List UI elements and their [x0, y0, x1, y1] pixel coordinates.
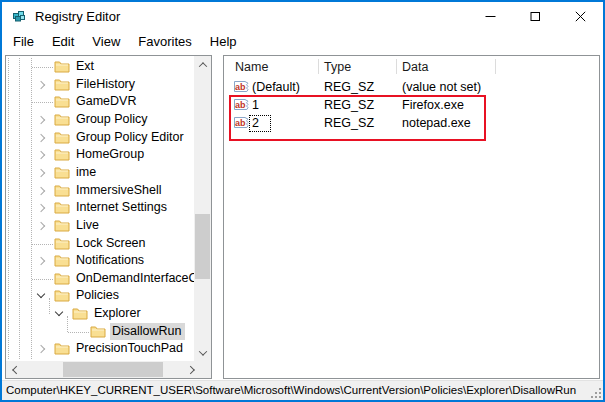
window-title: Registry Editor — [35, 2, 120, 31]
value-data: Firefox.exe — [402, 96, 464, 114]
menu-item-view[interactable]: View — [83, 31, 129, 53]
tree-item-label: Group Policy Editor — [76, 129, 184, 147]
registry-value-row-1[interactable]: ab1REG_SZFirefox.exe — [224, 96, 599, 114]
column-separator[interactable] — [495, 59, 496, 74]
registry-values-list: ab(Default)REG_SZ(value not set)ab1REG_S… — [224, 78, 599, 378]
registry-value-row-default[interactable]: ab(Default)REG_SZ(value not set) — [224, 78, 599, 96]
tree-item-label: Ext — [76, 58, 94, 76]
menu-item-file[interactable]: File — [4, 31, 43, 53]
chevron-right-icon[interactable] — [37, 257, 45, 265]
scroll-up-button[interactable] — [194, 56, 211, 73]
string-value-glyph: ab — [235, 118, 246, 128]
registry-value-row-2[interactable]: ab2REG_SZnotepad.exe — [224, 114, 599, 132]
menu-item-edit[interactable]: Edit — [43, 31, 83, 53]
tree-horizontal-scrollbar[interactable] — [6, 361, 211, 378]
chevron-up-icon — [198, 62, 206, 70]
tree-item-label: DisallowRun — [110, 323, 185, 341]
chevron-right-icon — [186, 365, 194, 373]
tree-item-explorer[interactable]: Explorer — [6, 305, 195, 323]
tree-guide-connector — [32, 244, 53, 245]
chevron-right-icon[interactable] — [37, 186, 45, 194]
registry-values-pane: Name Type Data ab(Default)REG_SZ(value n… — [223, 55, 600, 379]
minimize-button[interactable] — [468, 2, 513, 31]
value-type: REG_SZ — [324, 78, 374, 96]
tree-vertical-scrollbar[interactable] — [194, 56, 211, 361]
column-separator[interactable] — [318, 59, 319, 74]
value-type: REG_SZ — [324, 96, 374, 114]
tree-item-ime[interactable]: ime — [6, 164, 195, 182]
column-header-data[interactable]: Data — [402, 56, 428, 78]
tree-item-homegroup[interactable]: HomeGroup — [6, 146, 195, 164]
chevron-down-icon[interactable] — [55, 308, 63, 316]
maximize-button[interactable] — [513, 2, 558, 31]
tree-item-disallowrun[interactable]: DisallowRun — [6, 323, 195, 341]
string-value-icon: ab — [234, 98, 249, 111]
tree-guide-connector — [32, 279, 53, 280]
folder-icon — [72, 307, 88, 320]
folder-icon — [54, 166, 70, 179]
tree-item-label: FileHistory — [76, 76, 135, 94]
chevron-right-icon[interactable] — [37, 169, 45, 177]
tree-item-group-policy[interactable]: Group Policy — [6, 111, 195, 129]
chevron-right-icon[interactable] — [37, 222, 45, 230]
tree-guide-connector — [32, 67, 53, 68]
value-name: 1 — [252, 98, 259, 112]
chevron-right-icon[interactable] — [37, 204, 45, 212]
tree-item-group-policy-editor[interactable]: Group Policy Editor — [6, 129, 195, 147]
registry-editor-window: Registry Editor FileEditViewFavoritesHel… — [0, 0, 605, 402]
folder-icon — [54, 95, 70, 108]
scroll-right-button[interactable] — [183, 361, 200, 378]
tree-item-label: HomeGroup — [76, 146, 144, 164]
vertical-scroll-thumb[interactable] — [195, 214, 210, 279]
maximize-icon — [530, 11, 541, 22]
chevron-right-icon[interactable] — [37, 345, 45, 353]
tree-item-label: Explorer — [94, 305, 141, 323]
folder-icon — [54, 113, 70, 126]
menu-item-help[interactable]: Help — [201, 31, 246, 53]
horizontal-scroll-thumb[interactable] — [63, 362, 163, 377]
chevron-down-icon — [198, 347, 206, 355]
scroll-down-button[interactable] — [194, 344, 211, 361]
folder-icon — [54, 237, 70, 250]
folder-icon — [54, 78, 70, 91]
tree-item-gamedvr[interactable]: GameDVR — [6, 93, 195, 111]
registry-tree-pane: ExtFileHistoryGameDVRGroup PolicyGroup P… — [5, 55, 212, 379]
scroll-left-button[interactable] — [6, 361, 23, 378]
tree-item-notifications[interactable]: Notifications — [6, 252, 195, 270]
menu-item-favorites[interactable]: Favorites — [129, 31, 200, 53]
tree-item-live[interactable]: Live — [6, 217, 195, 235]
tree-item-internet-settings[interactable]: Internet Settings — [6, 199, 195, 217]
chevron-left-icon — [12, 365, 20, 373]
titlebar: Registry Editor — [2, 2, 603, 31]
tree-item-ondemandinterfaceca[interactable]: OnDemandInterfaceCa — [6, 270, 195, 288]
chevron-right-icon[interactable] — [37, 133, 45, 141]
folder-icon — [54, 342, 70, 355]
folder-icon — [54, 148, 70, 161]
tree-guide-connector — [68, 332, 89, 333]
tree-item-label: Live — [76, 217, 99, 235]
value-type: REG_SZ — [324, 114, 374, 132]
value-name: 2 — [250, 116, 270, 131]
folder-icon — [54, 184, 70, 197]
tree-item-precisiontouchpad[interactable]: PrecisionTouchPad — [6, 340, 195, 358]
tree-item-lock-screen[interactable]: Lock Screen — [6, 235, 195, 253]
value-name: (Default) — [252, 80, 300, 94]
chevron-right-icon[interactable] — [37, 116, 45, 124]
regedit-app-icon[interactable] — [11, 8, 27, 24]
tree-guide-connector — [32, 102, 53, 103]
column-header-name[interactable]: Name — [235, 56, 268, 78]
chevron-right-icon[interactable] — [37, 80, 45, 88]
close-button[interactable] — [558, 2, 603, 31]
column-separator[interactable] — [396, 59, 397, 74]
chevron-right-icon[interactable] — [37, 151, 45, 159]
folder-icon — [54, 201, 70, 214]
close-icon — [575, 11, 586, 22]
tree-item-ext[interactable]: Ext — [6, 58, 195, 76]
tree-item-filehistory[interactable]: FileHistory — [6, 76, 195, 94]
tree-item-immersiveshell[interactable]: ImmersiveShell — [6, 182, 195, 200]
tree-item-label: OnDemandInterfaceCa — [76, 270, 195, 288]
resize-grip[interactable] — [589, 386, 602, 399]
tree-item-policies[interactable]: Policies — [6, 287, 195, 305]
column-header-type[interactable]: Type — [324, 56, 351, 78]
chevron-down-icon[interactable] — [37, 290, 45, 298]
